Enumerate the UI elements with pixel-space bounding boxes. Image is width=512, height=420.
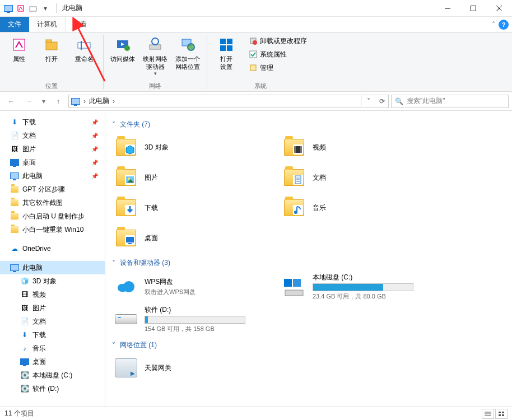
manage-icon bbox=[249, 63, 258, 72]
folder-item[interactable]: 视频 bbox=[280, 134, 448, 161]
ribbon-open-settings[interactable]: 打开 设置 bbox=[212, 35, 241, 71]
ribbon-add-netloc[interactable]: 添加一个 网络位置 bbox=[173, 35, 202, 71]
ribbon-manage[interactable]: 管理 bbox=[246, 62, 309, 74]
ribbon-properties[interactable]: 属性 bbox=[4, 35, 34, 63]
section-folders-header[interactable]: ˅文件夹 (7) bbox=[112, 120, 505, 129]
document-icon: 📄 bbox=[10, 131, 19, 140]
sidebar-item-downloads2[interactable]: ⬇下载 bbox=[0, 328, 105, 342]
qat-properties-icon[interactable] bbox=[16, 3, 26, 13]
drive-icon: 💽 bbox=[20, 371, 29, 380]
ribbon-map-drive[interactable]: 映射网络 驱动器 ▾ bbox=[141, 35, 170, 76]
svg-rect-40 bbox=[126, 237, 134, 242]
drive-item-c[interactable]: 本地磁盘 (C:)23.4 GB 可用，共 80.0 GB bbox=[280, 272, 448, 301]
folder-icon bbox=[113, 134, 139, 160]
chevron-right-icon[interactable]: › bbox=[113, 97, 115, 105]
ribbon-rename[interactable]: 重命名 bbox=[69, 35, 99, 63]
minimize-button[interactable] bbox=[435, 0, 460, 17]
sidebar-item-videos[interactable]: 🎞视频 bbox=[0, 288, 105, 301]
nav-forward-button[interactable]: → bbox=[21, 94, 37, 109]
statusbar: 11 个项目 bbox=[0, 407, 512, 420]
ribbon-group-label: 系统 bbox=[212, 81, 309, 90]
sidebar-item-desktop2[interactable]: 桌面 bbox=[0, 355, 105, 368]
sidebar-item-documents[interactable]: 📄文档📌 bbox=[0, 129, 105, 142]
svg-point-39 bbox=[294, 211, 297, 214]
drive-item-d[interactable]: 软件 (D:)154 GB 可用，共 158 GB bbox=[112, 305, 280, 334]
folder-icon bbox=[113, 225, 139, 251]
sidebar-item-thispc-pin[interactable]: 此电脑📌 bbox=[0, 169, 105, 183]
folder-item[interactable]: 图片 bbox=[112, 164, 280, 191]
tab-computer[interactable]: 计算机 bbox=[29, 17, 66, 32]
view-icons-button[interactable] bbox=[495, 409, 508, 419]
nav-back-button[interactable]: ← bbox=[3, 94, 19, 109]
sidebar-item-desktop[interactable]: 桌面📌 bbox=[0, 156, 105, 169]
folder-label: 音乐 bbox=[313, 203, 447, 213]
sidebar-item-downloads[interactable]: ⬇下载📌 bbox=[0, 115, 105, 129]
sidebar-item-gpt[interactable]: GPT 分区步骤 bbox=[0, 183, 105, 196]
desktop-icon bbox=[10, 158, 19, 167]
ribbon-label: 重命名 bbox=[75, 55, 94, 63]
sidebar-item-pictures[interactable]: 🖼图片📌 bbox=[0, 142, 105, 156]
onedrive-icon: ☁ bbox=[10, 244, 19, 253]
addressbar[interactable]: › 此电脑 › ˅ ⟳ bbox=[68, 95, 389, 108]
ribbon-label: 属性 bbox=[13, 55, 25, 63]
chevron-down-icon: ˅ bbox=[112, 259, 118, 267]
section-drives-header[interactable]: ˅设备和驱动器 (3) bbox=[112, 258, 505, 268]
pin-icon: 📌 bbox=[91, 133, 98, 139]
tab-file[interactable]: 文件 bbox=[0, 17, 29, 32]
folder-item[interactable]: 音乐 bbox=[280, 194, 448, 221]
folders-grid: 3D 对象视频图片文档下载音乐桌面 bbox=[112, 134, 505, 255]
svg-rect-23 bbox=[227, 45, 232, 51]
chevron-right-icon[interactable]: › bbox=[83, 97, 86, 105]
refresh-button[interactable]: ⟳ bbox=[375, 95, 388, 108]
sidebar-item-3dobjects[interactable]: 🧊3D 对象 bbox=[0, 274, 105, 288]
sidebar-item-documents2[interactable]: 📄文档 bbox=[0, 315, 105, 328]
ribbon-open[interactable]: 打开 bbox=[37, 35, 66, 63]
sidebar-item-drive-c[interactable]: 💽本地磁盘 (C:) bbox=[0, 368, 105, 382]
folder-item[interactable]: 文档 bbox=[280, 164, 448, 191]
pin-icon: 📌 bbox=[91, 146, 98, 152]
uninstall-icon bbox=[249, 36, 258, 45]
search-input[interactable]: 🔍 搜索"此电脑" bbox=[391, 95, 509, 108]
netloc-item-gateway[interactable]: 天翼网关 bbox=[112, 354, 280, 381]
folder-item[interactable]: 3D 对象 bbox=[112, 134, 280, 161]
section-netloc-header[interactable]: ˅网络位置 (1) bbox=[112, 340, 505, 350]
ribbon: 属性 打开 重命名 位置 访问媒体 映射网络 驱动器 ▾ bbox=[0, 32, 512, 92]
sidebar-item-onedrive[interactable]: ☁OneDrive bbox=[0, 242, 105, 255]
sidebar-item-pictures2[interactable]: 🖼图片 bbox=[0, 301, 105, 315]
sidebar-item-xiaobai-usb[interactable]: 小白启动 U 盘制作步 bbox=[0, 209, 105, 223]
pc-icon bbox=[10, 263, 19, 272]
maximize-button[interactable] bbox=[460, 0, 486, 17]
qat-dropdown-icon[interactable]: ▾ bbox=[40, 3, 50, 13]
svg-rect-21 bbox=[227, 39, 232, 44]
qat-new-folder-icon[interactable] bbox=[28, 3, 38, 13]
ribbon-system-properties[interactable]: 系统属性 bbox=[246, 48, 309, 60]
svg-rect-15 bbox=[150, 45, 161, 49]
3d-icon: 🧊 bbox=[20, 277, 29, 286]
folder-icon bbox=[113, 165, 139, 190]
folder-label: 下载 bbox=[145, 203, 279, 213]
breadcrumb-current[interactable]: 此电脑 bbox=[89, 96, 109, 106]
svg-marker-28 bbox=[126, 146, 134, 154]
view-details-button[interactable] bbox=[482, 409, 494, 419]
titlebar-divider bbox=[56, 3, 57, 13]
address-dropdown[interactable]: ˅ bbox=[361, 95, 375, 108]
nav-recent-button[interactable]: ▾ bbox=[39, 94, 48, 109]
sidebar-item-drive-d[interactable]: 💽软件 (D:) bbox=[0, 382, 105, 395]
ribbon-access-media[interactable]: 访问媒体 bbox=[108, 35, 137, 63]
ribbon-label: 管理 bbox=[260, 63, 273, 73]
sidebar-item-other-screens[interactable]: 其它软件截图 bbox=[0, 196, 105, 209]
ribbon-uninstall[interactable]: 卸载或更改程序 bbox=[246, 35, 309, 47]
folder-item[interactable]: 下载 bbox=[112, 194, 280, 221]
help-icon[interactable]: ? bbox=[499, 20, 509, 30]
folder-item[interactable]: 桌面 bbox=[112, 225, 280, 251]
tab-view[interactable]: 查看 bbox=[66, 17, 95, 32]
collapse-ribbon-icon[interactable]: ˄ bbox=[492, 21, 495, 29]
drive-item-wps[interactable]: WPS网盘双击进入WPS网盘 bbox=[112, 272, 280, 301]
folder-label: 图片 bbox=[145, 173, 279, 183]
folder-label: 文档 bbox=[313, 173, 447, 183]
close-button[interactable] bbox=[486, 0, 512, 17]
sidebar-item-xiaobai-reinstall[interactable]: 小白一键重装 Win10 bbox=[0, 223, 105, 236]
nav-up-button[interactable]: ↑ bbox=[50, 94, 66, 109]
sidebar-item-thispc[interactable]: 此电脑 bbox=[0, 261, 105, 274]
sidebar-item-music[interactable]: ♪音乐 bbox=[0, 342, 105, 355]
